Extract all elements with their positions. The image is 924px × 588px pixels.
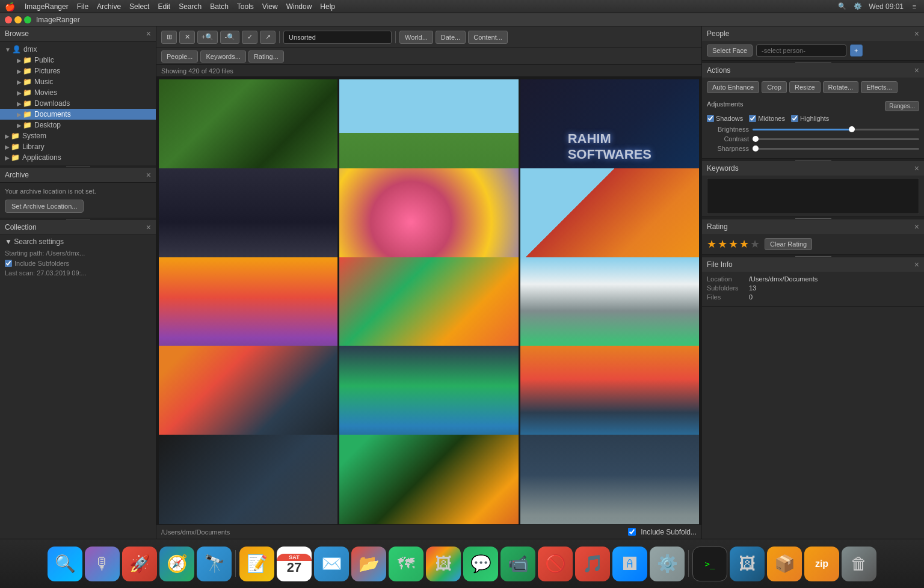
menu-edit[interactable]: Edit bbox=[158, 2, 170, 11]
collection-close-icon[interactable]: × bbox=[146, 222, 151, 232]
resize-button[interactable]: Resize bbox=[789, 81, 821, 93]
menu-archive[interactable]: Archive bbox=[97, 2, 121, 11]
export-button[interactable]: ↗ bbox=[260, 31, 276, 44]
menu-select[interactable]: Select bbox=[129, 2, 149, 11]
menu-view[interactable]: View bbox=[262, 2, 278, 11]
rating-filter-button[interactable]: Rating... bbox=[248, 51, 284, 63]
dock-item-launchpad[interactable]: 🚀 bbox=[122, 547, 157, 581]
star-1[interactable]: ★ bbox=[707, 237, 716, 251]
tree-item-public[interactable]: ▶ 📁 Public bbox=[0, 55, 156, 66]
menu-extras[interactable]: ≡ bbox=[910, 2, 919, 11]
dock-item-finder[interactable]: 🔍 bbox=[48, 547, 82, 581]
dock-item-dnd[interactable]: 🚫 bbox=[538, 547, 573, 581]
actions-close-icon[interactable]: × bbox=[914, 66, 919, 75]
crop-button[interactable]: Crop bbox=[762, 81, 787, 93]
zoom-out-button[interactable]: -🔍 bbox=[220, 31, 239, 44]
browse-header[interactable]: Browse × bbox=[0, 26, 156, 41]
menu-batch[interactable]: Batch bbox=[210, 2, 229, 11]
maximize-button[interactable] bbox=[24, 16, 31, 23]
image-thumbnail[interactable] bbox=[159, 435, 337, 524]
people-filter-button[interactable]: People... bbox=[161, 51, 198, 63]
search-settings-toggle[interactable]: ▼ Search settings bbox=[5, 237, 151, 246]
search-input[interactable] bbox=[283, 31, 392, 44]
archive-close-icon[interactable]: × bbox=[146, 170, 151, 180]
menu-help[interactable]: Help bbox=[320, 2, 335, 11]
collection-header[interactable]: Collection × bbox=[0, 220, 156, 235]
tree-item-user[interactable]: ▼ 👤 dmx bbox=[0, 44, 156, 55]
subfolders-checkbox[interactable] bbox=[628, 528, 636, 536]
dock-item-zip[interactable]: zip bbox=[804, 547, 839, 581]
dock-item-messages[interactable]: 💬 bbox=[463, 547, 498, 581]
sharpness-slider[interactable] bbox=[753, 148, 919, 150]
set-archive-location-button[interactable]: Set Archive Location... bbox=[5, 200, 84, 213]
dock-item-facetime[interactable]: 📹 bbox=[500, 547, 535, 581]
star-4[interactable]: ★ bbox=[739, 237, 749, 251]
dock-item-siri[interactable]: 🎙 bbox=[85, 547, 120, 581]
auto-enhance-button[interactable]: Auto Enhance bbox=[707, 81, 759, 93]
shadows-checkbox[interactable] bbox=[707, 115, 714, 122]
check-button[interactable]: ✓ bbox=[242, 31, 257, 44]
dock-item-imageranger[interactable]: 🖼 bbox=[730, 547, 765, 581]
dock-item-calendar[interactable]: SAT 27 bbox=[277, 547, 312, 581]
people-close-icon[interactable]: × bbox=[914, 29, 919, 38]
dock-item-safari[interactable]: 🧭 bbox=[159, 547, 194, 581]
add-person-button[interactable]: + bbox=[850, 44, 862, 57]
keywords-close-icon[interactable]: × bbox=[914, 164, 919, 173]
tree-item-downloads[interactable]: ▶ 📁 Downloads bbox=[0, 98, 156, 109]
menu-imageranger[interactable]: ImageRanger bbox=[25, 2, 69, 11]
close-button[interactable] bbox=[5, 16, 12, 23]
menu-file[interactable]: File bbox=[77, 2, 88, 11]
highlights-checkbox[interactable] bbox=[791, 115, 798, 122]
tree-item-system[interactable]: ▶ 📁 System bbox=[0, 130, 156, 141]
dock-item-appstore[interactable]: 🅰 bbox=[612, 547, 647, 581]
midtones-checkbox[interactable] bbox=[749, 115, 756, 122]
dock-item-music[interactable]: 🎵 bbox=[575, 547, 610, 581]
person-selector[interactable] bbox=[756, 44, 846, 57]
rotate-button[interactable]: Rotate... bbox=[823, 81, 859, 93]
menu-search[interactable]: Search bbox=[179, 2, 202, 11]
star-3[interactable]: ★ bbox=[728, 237, 738, 251]
tree-item-music[interactable]: ▶ 📁 Music bbox=[0, 76, 156, 87]
dock-item-archive[interactable]: 📦 bbox=[767, 547, 802, 581]
image-thumbnail[interactable] bbox=[339, 435, 518, 524]
dock-item-scout[interactable]: 🔭 bbox=[197, 547, 232, 581]
grid-view-button[interactable]: ⊞ bbox=[161, 31, 177, 44]
tree-item-documents[interactable]: ▶ 📁 Documents bbox=[0, 109, 156, 120]
effects-button[interactable]: Effects... bbox=[861, 81, 898, 93]
brightness-slider[interactable] bbox=[753, 129, 919, 130]
dock-item-files[interactable]: 📂 bbox=[351, 547, 386, 581]
ranges-button[interactable]: Ranges... bbox=[885, 101, 919, 111]
date-filter-button[interactable]: Date... bbox=[436, 31, 466, 44]
keywords-filter-button[interactable]: Keywords... bbox=[200, 51, 245, 63]
tree-item-library[interactable]: ▶ 📁 Library bbox=[0, 141, 156, 152]
include-subfolders-checkbox[interactable] bbox=[5, 260, 12, 267]
dock-item-mail[interactable]: ✉️ bbox=[314, 547, 349, 581]
dock-item-terminal[interactable]: >_ bbox=[692, 547, 727, 581]
world-filter-button[interactable]: World... bbox=[399, 31, 433, 44]
archive-header[interactable]: Archive × bbox=[0, 168, 156, 183]
menu-window[interactable]: Window bbox=[286, 2, 312, 11]
star-rating[interactable]: ★ ★ ★ ★ ★ bbox=[707, 237, 760, 251]
menu-tools[interactable]: Tools bbox=[237, 2, 254, 11]
tree-item-applications[interactable]: ▶ 📁 Applications bbox=[0, 152, 156, 163]
browse-close-icon[interactable]: × bbox=[146, 29, 151, 38]
dock-item-notes[interactable]: 📝 bbox=[239, 547, 274, 581]
rating-close-icon[interactable]: × bbox=[914, 222, 919, 231]
dock-item-photos[interactable]: 🖼 bbox=[426, 547, 461, 581]
tree-item-desktop[interactable]: ▶ 📁 Desktop bbox=[0, 120, 156, 130]
content-filter-button[interactable]: Content... bbox=[468, 31, 508, 44]
clear-rating-button[interactable]: Clear Rating bbox=[765, 238, 812, 250]
zoom-fit-button[interactable]: ✕ bbox=[179, 31, 195, 44]
control-center-icon[interactable]: ⚙️ bbox=[853, 2, 863, 11]
minimize-button[interactable] bbox=[14, 16, 22, 23]
dock-item-trash[interactable]: 🗑 bbox=[842, 547, 876, 581]
dock-item-systemprefs[interactable]: ⚙️ bbox=[650, 547, 685, 581]
zoom-in-button[interactable]: +🔍 bbox=[197, 31, 218, 44]
contrast-slider[interactable] bbox=[753, 138, 919, 140]
tree-item-movies[interactable]: ▶ 📁 Movies bbox=[0, 87, 156, 98]
dock-item-maps[interactable]: 🗺 bbox=[389, 547, 424, 581]
file-info-close-icon[interactable]: × bbox=[914, 260, 919, 269]
star-5[interactable]: ★ bbox=[750, 237, 760, 251]
apple-menu[interactable]: 🍎 bbox=[5, 2, 15, 11]
image-thumbnail[interactable] bbox=[520, 435, 699, 524]
